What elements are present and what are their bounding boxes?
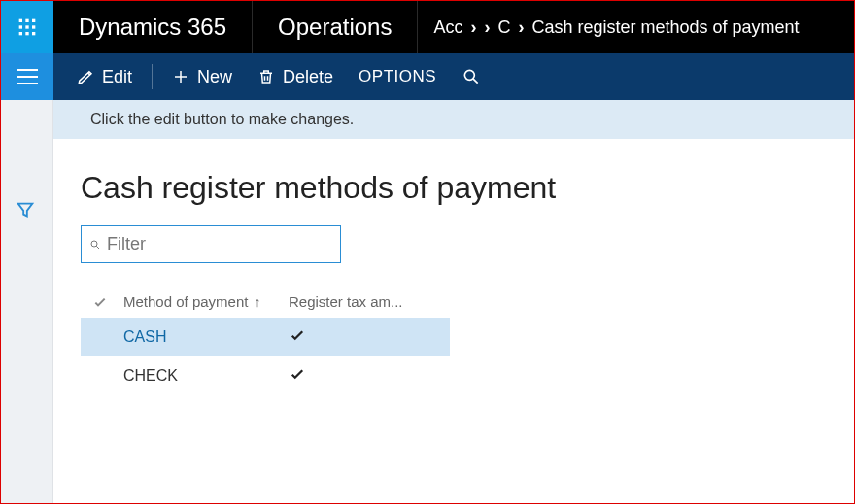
funnel-icon — [15, 199, 36, 220]
brand-label[interactable]: Dynamics 365 — [53, 1, 253, 53]
action-divider — [152, 64, 153, 89]
cell-method[interactable]: CASH — [120, 328, 285, 346]
action-bar: Edit New Delete OPTIONS — [53, 53, 854, 100]
cell-register-tax — [285, 326, 450, 348]
info-bar: Click the edit button to make changes. — [53, 100, 854, 139]
cell-register-tax — [285, 365, 450, 386]
table-row[interactable]: CASH — [81, 318, 450, 356]
global-header: Dynamics 365 Operations Acc › › C › Cash… — [1, 1, 854, 53]
cell-method-value: CHECK — [123, 367, 178, 385]
sort-asc-icon: ↑ — [254, 294, 260, 310]
payment-methods-grid: Method of payment ↑ Register tax am... C… — [81, 286, 450, 395]
svg-rect-7 — [25, 32, 28, 35]
svg-rect-6 — [19, 32, 22, 35]
page-title: Cash register methods of payment — [81, 170, 835, 206]
svg-rect-4 — [25, 25, 28, 28]
plus-icon — [172, 68, 189, 85]
svg-rect-2 — [32, 19, 35, 22]
check-icon — [289, 365, 306, 383]
action-bar-row: Edit New Delete OPTIONS — [1, 53, 854, 100]
column-header-register[interactable]: Register tax am... — [285, 293, 450, 310]
search-icon — [462, 67, 481, 86]
svg-rect-8 — [32, 32, 35, 35]
chevron-right-icon: › — [484, 17, 490, 38]
table-row[interactable]: CHECK — [81, 356, 450, 395]
check-icon — [92, 294, 108, 310]
column-header-method[interactable]: Method of payment ↑ — [120, 293, 285, 310]
edit-button[interactable]: Edit — [67, 61, 142, 93]
search-button[interactable] — [452, 61, 491, 92]
svg-rect-0 — [19, 19, 22, 22]
breadcrumb: Acc › › C › Cash register methods of pay… — [418, 1, 854, 53]
filter-input[interactable] — [107, 234, 332, 254]
svg-point-10 — [91, 241, 97, 247]
chevron-right-icon: › — [470, 17, 476, 38]
new-label: New — [197, 67, 232, 87]
svg-rect-1 — [25, 19, 28, 22]
cell-method-value: CASH — [123, 328, 166, 346]
trash-icon — [257, 68, 275, 85]
filter-pane-button[interactable] — [15, 199, 36, 224]
breadcrumb-seg-3[interactable]: Cash register methods of payment — [531, 17, 799, 38]
breadcrumb-seg-1[interactable]: Acc — [433, 17, 462, 38]
left-side-panel — [1, 100, 53, 503]
edit-label: Edit — [102, 67, 132, 87]
breadcrumb-seg-2[interactable]: C — [497, 17, 510, 38]
check-icon — [289, 326, 306, 344]
delete-button[interactable]: Delete — [248, 61, 343, 93]
app-launcher-button[interactable] — [1, 1, 53, 53]
options-label: OPTIONS — [359, 67, 436, 86]
info-message: Click the edit button to make changes. — [71, 111, 354, 128]
column-header-method-label: Method of payment — [123, 293, 248, 310]
filter-box[interactable] — [81, 225, 341, 263]
svg-rect-3 — [19, 25, 22, 28]
options-button[interactable]: OPTIONS — [349, 61, 446, 92]
hamburger-icon — [17, 76, 38, 78]
grid-header: Method of payment ↑ Register tax am... — [81, 286, 450, 318]
module-label[interactable]: Operations — [253, 1, 418, 53]
cell-method[interactable]: CHECK — [120, 367, 285, 385]
page-content: Cash register methods of payment Method … — [53, 139, 854, 415]
svg-rect-5 — [32, 25, 35, 28]
waffle-icon — [17, 17, 37, 37]
chevron-right-icon: › — [518, 17, 524, 38]
delete-label: Delete — [283, 67, 333, 87]
select-all-header[interactable] — [81, 294, 120, 310]
new-button[interactable]: New — [162, 61, 242, 93]
nav-toggle-button[interactable] — [1, 53, 53, 100]
search-icon — [89, 237, 101, 252]
pencil-icon — [77, 68, 94, 85]
svg-point-9 — [464, 70, 474, 80]
